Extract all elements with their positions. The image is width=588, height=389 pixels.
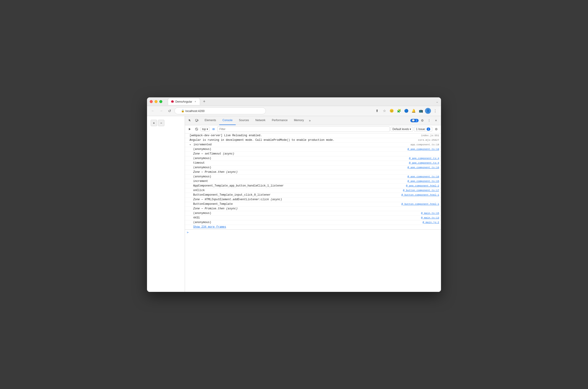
devtools-actions: 💬 1 ⚙ ⋮ ×	[410, 117, 439, 124]
console-text: ▾ incremented	[190, 143, 407, 146]
console-location-link[interactable]: @ app.component.ts:15	[407, 180, 439, 183]
console-location[interactable]: app.component.ts:18	[411, 143, 439, 146]
browser-tab[interactable]: A DemoAngular ×	[168, 98, 200, 105]
cursor-icon	[188, 119, 192, 122]
console-location-link[interactable]: @ app.component.ts:18	[407, 148, 439, 151]
back-button[interactable]: ←	[150, 108, 156, 114]
screencast-icon[interactable]: 📺	[418, 108, 424, 114]
traffic-lights	[150, 100, 162, 103]
zoom-in-button[interactable]: +	[151, 120, 157, 126]
zoom-out-button[interactable]: −	[158, 120, 164, 126]
address-input[interactable]: 🔒 localhost:4200	[174, 107, 266, 114]
console-row-4: (anonymous) @ app.component.ts:18	[185, 147, 441, 152]
console-row-16: ButtonComponent_Template @ button.compon…	[185, 202, 441, 207]
device-toggle-button[interactable]	[194, 117, 200, 124]
refresh-button[interactable]: ↺	[166, 108, 173, 114]
svg-marker-8	[189, 128, 191, 130]
console-text: ButtonComponent_Template_input_click_0_l…	[193, 193, 398, 196]
extension-ghost-icon[interactable]: 😐	[389, 108, 395, 114]
new-tab-button[interactable]: +	[201, 98, 207, 105]
console-text: (anonymous)	[193, 157, 405, 160]
console-message-badge[interactable]: 💬 1	[410, 119, 419, 122]
devtools-settings-button[interactable]: ⚙	[419, 117, 425, 124]
share-icon[interactable]: ⬆	[374, 108, 380, 114]
console-output[interactable]: [webpack-dev-server] Live Reloading enab…	[185, 133, 441, 292]
console-row-14: ButtonComponent_Template_input_click_0_l…	[185, 193, 441, 197]
console-location[interactable]: index.js:551	[421, 134, 439, 137]
tab-elements[interactable]: Elements	[201, 116, 219, 125]
console-text: onClick	[193, 189, 399, 192]
angular-favicon-icon: A	[171, 100, 174, 103]
console-group-header[interactable]: ▾ incremented app.component.ts:18	[185, 143, 441, 147]
console-row-12: AppComponent_Template_app_button_handleC…	[185, 184, 441, 188]
zoom-controls: + −	[151, 120, 164, 126]
issues-button[interactable]: 1 Issue: 1	[414, 127, 432, 131]
chat-icon: 💬	[412, 119, 415, 122]
console-row-6: (anonymous) @ app.component.ts:4	[185, 156, 441, 161]
console-location-link[interactable]: @ app.component.ts:16	[407, 166, 439, 169]
console-location-link[interactable]: @ main.ts:13	[421, 216, 439, 219]
console-settings-button[interactable]: ⚙	[433, 126, 439, 132]
tab-overflow-button[interactable]: »	[307, 116, 313, 125]
console-row-9: Zone — Promise.then (async)	[185, 170, 441, 175]
console-row-15: Zone — HTMLInputElement.addEventListener…	[185, 197, 441, 202]
more-options-icon[interactable]: ⋮	[432, 108, 438, 114]
clear-console-button[interactable]	[187, 126, 193, 132]
console-text: Angular is running in development mode. …	[190, 138, 415, 142]
svg-marker-1	[172, 100, 174, 103]
chevron-down-icon[interactable]: ⌄	[436, 100, 438, 103]
console-location[interactable]: core.mjs:25627	[418, 139, 439, 141]
show-more-frames-link[interactable]: Show 234 more frames	[193, 225, 226, 228]
console-input-row[interactable]: >	[185, 229, 441, 235]
console-location-link[interactable]: @ app.component.html:2	[406, 184, 439, 187]
console-location-link[interactable]: @ app.component.ts:16	[407, 175, 439, 178]
devtools-more-button[interactable]: ⋮	[426, 117, 432, 124]
extensions-icon[interactable]: 🧩	[396, 108, 402, 114]
tab-performance[interactable]: Performance	[269, 116, 291, 125]
context-selector[interactable]: top ▾	[200, 127, 210, 131]
devtools-panel: Elements Console Sources Network Perform…	[185, 116, 441, 292]
filter-input[interactable]	[217, 126, 390, 132]
tab-title: DemoAngular	[175, 100, 192, 103]
devtools-toolbar: Elements Console Sources Network Perform…	[185, 116, 441, 125]
console-text: increment	[193, 180, 404, 183]
profile-notifications-icon[interactable]: 🔵	[403, 108, 409, 114]
devtools-tabs: Elements Console Sources Network Perform…	[200, 116, 410, 125]
console-location-link[interactable]: @ main.js:2	[423, 221, 439, 224]
console-text: (anonymous)	[193, 175, 404, 178]
console-row-10: (anonymous) @ app.component.ts:16	[185, 175, 441, 179]
profile-avatar[interactable]: 👤	[425, 108, 431, 114]
console-location-link[interactable]: @ button.component.ts:17	[403, 189, 439, 192]
tab-memory[interactable]: Memory	[291, 116, 307, 125]
default-levels-button[interactable]: Default levels ▾	[391, 127, 413, 131]
tab-console[interactable]: Console	[219, 116, 236, 125]
bell-icon[interactable]: 🔔	[410, 108, 417, 114]
console-location-link[interactable]: @ main.ts:15	[421, 212, 439, 215]
device-icon	[195, 119, 199, 122]
console-prompt: >	[187, 231, 189, 234]
title-bar: A DemoAngular × + ⌄	[147, 97, 441, 106]
console-text: (anonymous)	[193, 166, 404, 169]
block-icon	[195, 128, 198, 131]
inspect-element-button[interactable]	[187, 117, 193, 124]
eye-icon	[212, 128, 215, 131]
console-row-21[interactable]: Show 234 more frames	[185, 225, 441, 229]
close-window-button[interactable]	[150, 100, 153, 103]
console-location-link[interactable]: @ button.component.html:1	[401, 194, 439, 196]
console-location-link[interactable]: @ app.component.ts:4	[409, 157, 439, 160]
tab-sources[interactable]: Sources	[236, 116, 252, 125]
block-requests-button[interactable]	[194, 126, 199, 132]
console-row-19: 4431 @ main.ts:13	[185, 216, 441, 220]
tab-close-button[interactable]: ×	[194, 100, 197, 103]
console-location-link[interactable]: @ app.component.ts:4	[409, 162, 439, 164]
forward-button[interactable]: →	[158, 108, 164, 114]
eye-button[interactable]	[211, 126, 217, 132]
console-row-11: increment @ app.component.ts:15	[185, 179, 441, 184]
tab-network[interactable]: Network	[252, 116, 269, 125]
bookmark-icon[interactable]: ☆	[381, 108, 388, 114]
devtools-close-button[interactable]: ×	[433, 117, 439, 124]
console-text: Zone — setTimeout (async)	[193, 152, 439, 155]
console-location-link[interactable]: @ button.component.html:1	[401, 203, 439, 205]
maximize-window-button[interactable]	[159, 100, 162, 103]
minimize-window-button[interactable]	[155, 100, 158, 103]
